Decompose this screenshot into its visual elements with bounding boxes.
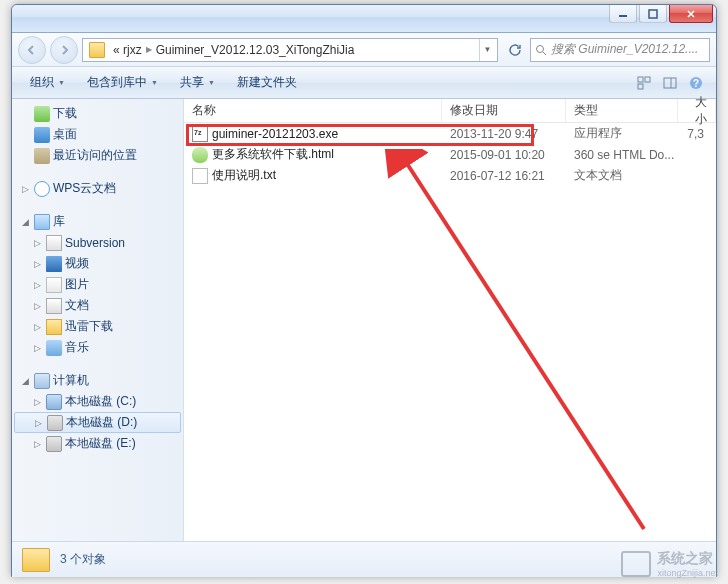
file-date: 2015-09-01 10:20 xyxy=(442,148,566,162)
file-type: 应用程序 xyxy=(566,125,678,142)
organize-button[interactable]: 组织▼ xyxy=(20,71,75,94)
svg-rect-1 xyxy=(649,10,657,18)
include-library-button[interactable]: 包含到库中▼ xyxy=(77,71,168,94)
sidebar-item-wps[interactable]: ▷WPS云文档 xyxy=(12,178,183,199)
sidebar-item-desktop[interactable]: 桌面 xyxy=(12,124,183,145)
search-input[interactable]: 搜索 Guiminer_V2012.12.... xyxy=(530,38,710,62)
drive-icon xyxy=(46,394,62,410)
share-button[interactable]: 共享▼ xyxy=(170,71,225,94)
maximize-button[interactable] xyxy=(639,5,667,23)
txt-icon xyxy=(192,168,208,184)
file-name: 更多系统软件下载.html xyxy=(212,146,334,163)
nav-back-button[interactable] xyxy=(18,36,46,64)
file-size: 7,3 xyxy=(678,127,716,141)
picture-icon xyxy=(46,277,62,293)
sidebar-item-downloads[interactable]: 下载 xyxy=(12,103,183,124)
column-date[interactable]: 修改日期 xyxy=(442,99,566,122)
sidebar-item-computer[interactable]: ◢计算机 xyxy=(12,370,183,391)
sidebar-item-documents[interactable]: ▷文档 xyxy=(12,295,183,316)
folder-icon xyxy=(89,42,105,58)
file-row[interactable]: guiminer-20121203.exe2013-11-20 9:47应用程序… xyxy=(184,123,716,144)
view-options-button[interactable] xyxy=(632,71,656,95)
explorer-window: « rjxz ▶ Guiminer_V2012.12.03_XiTongZhiJ… xyxy=(11,4,717,577)
svg-rect-3 xyxy=(638,77,643,82)
svg-text:?: ? xyxy=(693,78,699,89)
html-icon xyxy=(192,147,208,163)
sidebar-item-library[interactable]: ◢库 xyxy=(12,211,183,232)
file-name: guiminer-20121203.exe xyxy=(212,127,338,141)
file-row[interactable]: 更多系统软件下载.html2015-09-01 10:20360 se HTML… xyxy=(184,144,716,165)
exe-icon xyxy=(192,126,208,142)
sidebar-item-music[interactable]: ▷音乐 xyxy=(12,337,183,358)
titlebar[interactable] xyxy=(12,5,716,33)
file-list-pane[interactable]: 名称 修改日期 类型 大小 guiminer-20121203.exe2013-… xyxy=(184,99,716,541)
search-icon xyxy=(535,44,547,56)
svg-rect-4 xyxy=(645,77,650,82)
sidebar-item-drive-d[interactable]: ▷本地磁盘 (D:) xyxy=(14,412,181,433)
watermark: 系统之家 xitongZnijia.net xyxy=(621,550,718,578)
help-button[interactable]: ? xyxy=(684,71,708,95)
thunder-icon xyxy=(46,319,62,335)
computer-icon xyxy=(34,373,50,389)
breadcrumb-seg[interactable]: Guiminer_V2012.12.03_XiTongZhiJia xyxy=(152,43,359,57)
svg-rect-0 xyxy=(619,15,627,17)
svg-point-2 xyxy=(537,45,544,52)
refresh-button[interactable] xyxy=(504,39,526,61)
file-type: 360 se HTML Do... xyxy=(566,148,678,162)
minimize-button[interactable] xyxy=(609,5,637,23)
file-name: 使用说明.txt xyxy=(212,167,276,184)
file-date: 2016-07-12 16:21 xyxy=(442,169,566,183)
library-icon xyxy=(34,214,50,230)
recent-icon xyxy=(34,148,50,164)
svg-rect-6 xyxy=(664,78,676,88)
desktop-icon xyxy=(34,127,50,143)
toolbar: 组织▼ 包含到库中▼ 共享▼ 新建文件夹 ? xyxy=(12,67,716,99)
column-name[interactable]: 名称 xyxy=(184,99,442,122)
document-icon xyxy=(46,298,62,314)
svg-rect-5 xyxy=(638,84,643,89)
sidebar-item-thunder[interactable]: ▷迅雷下载 xyxy=(12,316,183,337)
annotation-arrow xyxy=(384,149,664,549)
navigation-pane[interactable]: 下载 桌面 最近访问的位置 ▷WPS云文档 ◢库 ▷Subversion ▷视频… xyxy=(12,99,184,541)
download-icon xyxy=(34,106,50,122)
sidebar-item-video[interactable]: ▷视频 xyxy=(12,253,183,274)
column-size[interactable]: 大小 xyxy=(678,99,716,122)
file-row[interactable]: 使用说明.txt2016-07-12 16:21文本文档 xyxy=(184,165,716,186)
close-button[interactable] xyxy=(669,5,713,23)
breadcrumb-seg[interactable]: « rjxz xyxy=(109,43,146,57)
drive-icon xyxy=(47,415,63,431)
address-bar[interactable]: « rjxz ▶ Guiminer_V2012.12.03_XiTongZhiJ… xyxy=(82,38,498,62)
file-date: 2013-11-20 9:47 xyxy=(442,127,566,141)
new-folder-button[interactable]: 新建文件夹 xyxy=(227,71,307,94)
watermark-logo-icon xyxy=(621,551,651,577)
search-placeholder: 搜索 Guiminer_V2012.12.... xyxy=(551,41,698,58)
sidebar-item-drive-e[interactable]: ▷本地磁盘 (E:) xyxy=(12,433,183,454)
navbar: « rjxz ▶ Guiminer_V2012.12.03_XiTongZhiJ… xyxy=(12,33,716,67)
sidebar-item-svn[interactable]: ▷Subversion xyxy=(12,232,183,253)
drive-icon xyxy=(46,436,62,452)
column-type[interactable]: 类型 xyxy=(566,99,678,122)
sidebar-item-pictures[interactable]: ▷图片 xyxy=(12,274,183,295)
status-bar: 3 个对象 xyxy=(12,541,716,577)
folder-icon xyxy=(22,548,50,572)
svn-icon xyxy=(46,235,62,251)
address-dropdown[interactable]: ▼ xyxy=(479,39,495,61)
sidebar-item-drive-c[interactable]: ▷本地磁盘 (C:) xyxy=(12,391,183,412)
cloud-icon xyxy=(34,181,50,197)
column-headers: 名称 修改日期 类型 大小 xyxy=(184,99,716,123)
nav-forward-button[interactable] xyxy=(50,36,78,64)
preview-pane-button[interactable] xyxy=(658,71,682,95)
sidebar-item-recent[interactable]: 最近访问的位置 xyxy=(12,145,183,166)
video-icon xyxy=(46,256,62,272)
status-text: 3 个对象 xyxy=(60,551,106,568)
file-type: 文本文档 xyxy=(566,167,678,184)
svg-line-10 xyxy=(404,159,644,529)
music-icon xyxy=(46,340,62,356)
